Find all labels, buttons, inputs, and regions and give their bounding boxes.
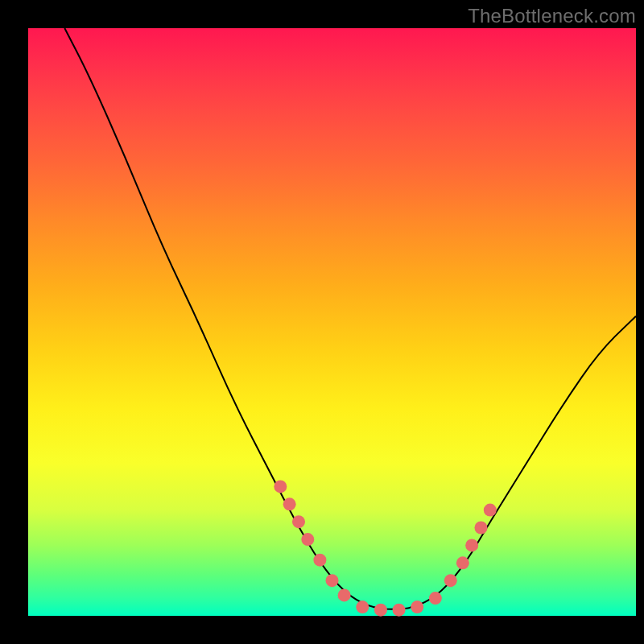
curve-marker — [374, 604, 387, 617]
bottleneck-curve — [64, 28, 636, 609]
chart-svg — [28, 28, 636, 616]
marker-group — [274, 480, 496, 616]
chart-frame: TheBottleneck.com — [0, 0, 644, 644]
curve-marker — [274, 480, 287, 493]
curve-marker — [283, 497, 296, 510]
curve-marker — [338, 588, 351, 601]
curve-marker — [313, 554, 326, 567]
watermark-text: TheBottleneck.com — [468, 5, 636, 27]
curve-marker — [292, 515, 305, 528]
curve-marker — [484, 504, 497, 517]
curve-marker — [356, 601, 369, 613]
curve-marker — [301, 533, 314, 546]
plot-area — [28, 28, 636, 616]
curve-marker — [429, 592, 442, 605]
curve-marker — [326, 574, 339, 587]
curve-marker — [465, 539, 478, 551]
curve-marker — [444, 574, 457, 587]
curve-marker — [393, 604, 406, 617]
curve-marker — [474, 522, 487, 535]
curve-marker — [411, 601, 423, 613]
curve-marker — [456, 556, 469, 569]
